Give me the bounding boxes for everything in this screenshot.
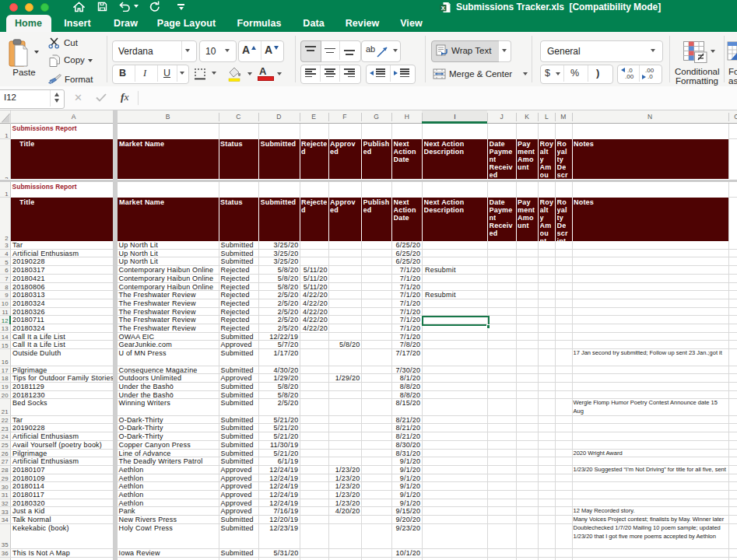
svg-text:X: X [441, 5, 445, 12]
